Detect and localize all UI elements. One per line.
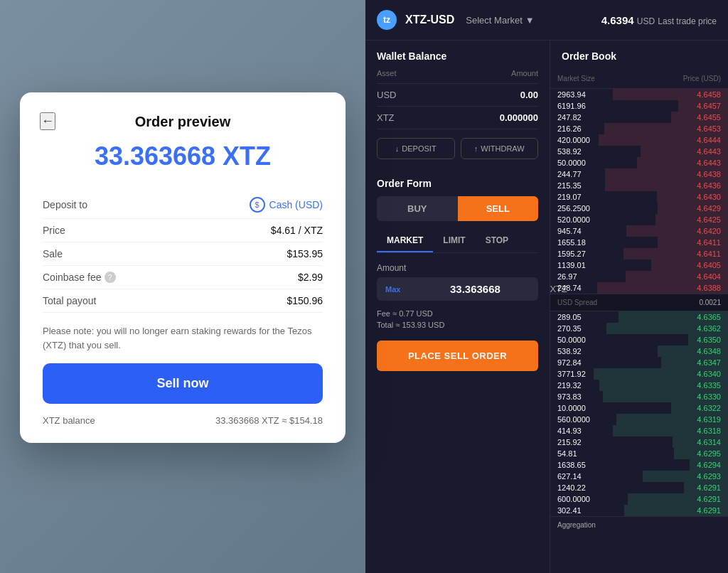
market-tab[interactable]: MARKET xyxy=(377,230,433,252)
order-book-buy-row: 10.0000 4.6322 xyxy=(550,402,728,414)
order-book-buy-row: 1638.65 4.6294 xyxy=(550,459,728,471)
ob-sell-size: 6191.96 xyxy=(557,102,614,110)
withdraw-button[interactable]: ↑ WITHDRAW xyxy=(461,138,539,159)
amount-input[interactable] xyxy=(406,283,544,295)
order-book-buy-row: 627.14 4.6293 xyxy=(550,471,728,482)
trading-panel: tz XTZ-USD Select Market ▼ 4.6394 USD La… xyxy=(365,0,728,573)
ob-sell-size: 247.82 xyxy=(557,113,614,122)
buy-tab[interactable]: BUY xyxy=(377,196,458,221)
wallet-section-title: Wallet Balance xyxy=(365,41,550,69)
total-payout-value: $150.96 xyxy=(287,295,323,306)
order-book-rows: 2963.94 4.6458 6191.96 4.6457 247.82 4.6… xyxy=(550,89,728,573)
order-book-sell-row: 50.0000 4.6443 xyxy=(550,157,728,168)
ob-buy-size: 627.14 xyxy=(557,472,614,481)
order-book-sell-row: 216.26 4.6453 xyxy=(550,123,728,134)
order-book-sell-row: 26.97 4.6404 xyxy=(550,271,728,282)
help-icon[interactable]: ? xyxy=(105,272,116,283)
order-book-buy-row: 50.0000 4.6350 xyxy=(550,334,728,346)
order-book-sell-row: 244.77 4.6438 xyxy=(550,168,728,180)
ob-sell-size: 1655.18 xyxy=(557,238,614,247)
order-book-header: Market Size Price (USD) xyxy=(550,69,728,89)
order-book-buy-row: 270.35 4.6362 xyxy=(550,323,728,334)
sale-row: Sale $153.95 xyxy=(43,242,323,266)
place-sell-order-button[interactable]: PLACE SELL ORDER xyxy=(377,341,538,371)
total-payout-label: Total payout xyxy=(43,295,97,306)
total-payout-row: Total payout $150.96 xyxy=(43,289,323,313)
order-book-sell-row: 538.92 4.6443 xyxy=(550,146,728,157)
trading-header: tz XTZ-USD Select Market ▼ 4.6394 USD La… xyxy=(365,0,728,41)
ob-buy-size: 289.05 xyxy=(557,313,614,321)
trading-body: Wallet Balance Asset Amount USD 0.00 XTZ… xyxy=(365,41,728,573)
ob-buy-size: 414.93 xyxy=(557,427,614,435)
order-book-sell-row: 247.82 4.6455 xyxy=(550,112,728,123)
ob-sell-size: 50.0000 xyxy=(557,159,614,167)
limit-tab[interactable]: LIMIT xyxy=(433,230,475,252)
usd-asset-label: USD xyxy=(377,90,396,100)
order-book-buy-row: 560.0000 4.6319 xyxy=(550,414,728,425)
deposit-value: $ Cash (USD) xyxy=(250,197,323,213)
ob-sell-size: 26.97 xyxy=(557,272,614,281)
order-book-buy-row: 54.81 4.6295 xyxy=(550,448,728,459)
sell-now-button[interactable]: Sell now xyxy=(43,363,323,404)
spread-row: USD Spread 0.0021 xyxy=(550,294,728,311)
wallet-buttons: ↓ DEPOSIT ↑ WITHDRAW xyxy=(365,129,550,168)
left-panel: Wallet Balance Asset Amount USD 0.00 XTZ… xyxy=(365,41,550,573)
ob-buy-size: 560.0000 xyxy=(557,415,614,424)
withdraw-icon: ↑ xyxy=(474,144,478,153)
deposit-icon: ↓ xyxy=(395,144,400,153)
ob-sell-size: 256.2500 xyxy=(557,204,614,213)
ob-buy-size: 54.81 xyxy=(557,449,614,458)
ob-buy-size: 1638.65 xyxy=(557,461,614,469)
modal-title: Order preview xyxy=(43,114,323,130)
order-book-sell-row: 215.35 4.6436 xyxy=(550,180,728,191)
xtz-asset-label: XTZ xyxy=(377,112,395,123)
ob-sell-size: 2963.94 xyxy=(557,90,614,99)
deposit-button[interactable]: ↓ DEPOSIT xyxy=(377,138,455,159)
stop-tab[interactable]: STOP xyxy=(476,230,518,252)
sell-tab[interactable]: SELL xyxy=(458,196,539,221)
price-display: 4.6394 USD Last trade price xyxy=(601,14,717,26)
ob-buy-size: 50.0000 xyxy=(557,336,614,344)
aggregation-row: Aggregation xyxy=(550,516,728,533)
ob-buy-size: 1240.22 xyxy=(557,483,614,492)
wallet-table: Asset Amount USD 0.00 XTZ 0.000000 xyxy=(365,69,550,129)
order-book-sell-row: 520.0000 4.6425 xyxy=(550,214,728,225)
xtz-logo: tz xyxy=(377,10,397,30)
total-info: Total ≈ 153.93 USD xyxy=(377,321,538,329)
ob-buy-size: 215.92 xyxy=(557,438,614,446)
order-book-buy-row: 219.32 4.6335 xyxy=(550,380,728,391)
order-book-buy-row: 215.92 4.6314 xyxy=(550,437,728,448)
order-book-sell-row: 6191.96 4.6457 xyxy=(550,100,728,112)
ob-sell-size: 520.0000 xyxy=(557,215,614,224)
amount-input-row: Max XTZ xyxy=(377,277,538,301)
deposit-row: Deposit to $ Cash (USD) xyxy=(43,191,323,219)
order-book-sell-row: 420.0000 4.6444 xyxy=(550,134,728,146)
ob-buy-size: 538.92 xyxy=(557,347,614,355)
order-book-sell-row: 256.2500 4.6429 xyxy=(550,203,728,214)
fee-row: Coinbase fee ? $2.99 xyxy=(43,266,323,289)
order-book-title: Order Book xyxy=(550,41,728,69)
amount-label: Amount xyxy=(377,263,538,273)
order-book-sell-row: 248.74 4.6388 xyxy=(550,282,728,294)
order-book-sell-row: 1595.27 4.6411 xyxy=(550,248,728,259)
back-button[interactable]: ← xyxy=(40,112,55,130)
max-button[interactable]: Max xyxy=(385,285,400,294)
select-market-button[interactable]: Select Market ▼ xyxy=(466,15,534,26)
order-preview-modal: ← Order preview 33.363668 XTZ Deposit to… xyxy=(20,92,346,443)
fee-amount: 0.77 USD xyxy=(399,309,433,318)
order-book-sell-row: 219.07 4.6430 xyxy=(550,191,728,203)
order-book-sell-row: 2963.94 4.6458 xyxy=(550,89,728,100)
buy-sell-tabs: BUY SELL xyxy=(377,196,538,221)
xtz-balance-row: XTZ balance 33.363668 XTZ ≈ $154.18 xyxy=(43,415,323,426)
price-header: Price (USD) xyxy=(683,75,721,82)
order-form-title: Order Form xyxy=(365,168,550,196)
ob-sell-size: 1139.01 xyxy=(557,261,614,269)
fee-value: $2.99 xyxy=(298,272,323,283)
asset-column-header: Asset xyxy=(377,69,397,77)
price-label: Price xyxy=(43,225,65,236)
wallet-row-usd: USD 0.00 xyxy=(377,84,538,107)
deposit-label: Deposit to xyxy=(43,199,87,210)
wallet-row-xtz: XTZ 0.000000 xyxy=(377,107,538,129)
order-book-buy-row: 289.05 4.6365 xyxy=(550,311,728,323)
fee-label: Coinbase fee ? xyxy=(43,272,116,283)
